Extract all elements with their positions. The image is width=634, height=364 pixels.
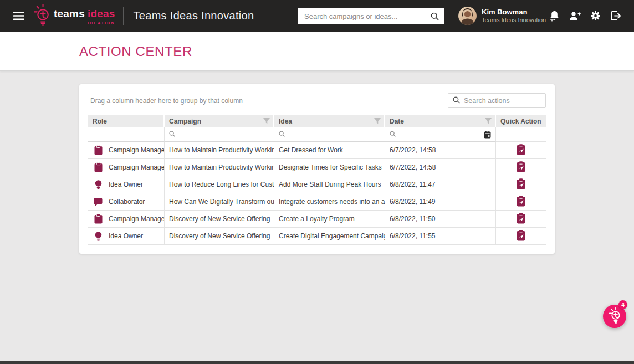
clipboard-send-icon [517, 230, 525, 243]
clipboard-icon [93, 214, 104, 224]
quick-action-button[interactable] [515, 229, 526, 244]
table-row[interactable]: Idea Owner Discovery of New Service Offe… [88, 228, 546, 245]
search-icon [279, 131, 285, 139]
campaign-cell: Discovery of New Service Offering [165, 211, 274, 228]
top-navbar: teamsideas IDEATION Teams Ideas Innovati… [0, 0, 634, 32]
chat-icon [93, 198, 104, 206]
date-cell: 6/7/2022, 14:58 [385, 159, 496, 176]
fab-notification-badge: 4 [618, 300, 627, 309]
table-row[interactable]: Idea Owner How to Reduce Long Lines for … [88, 176, 546, 193]
quick-action-button[interactable] [515, 194, 526, 209]
idea-cell: Create a Loyalty Program [274, 211, 385, 228]
table-row[interactable]: Campaign Manager How to Maintain Product… [88, 159, 546, 176]
idea-cell: Add More Staff During Peak Hours [274, 176, 385, 193]
settings-gear-icon[interactable] [589, 9, 601, 23]
clipboard-icon [93, 145, 104, 155]
search-icon [453, 96, 460, 106]
group-by-hint: Drag a column header here to group by th… [90, 97, 243, 105]
teams-ideas-logo[interactable]: teamsideas IDEATION [33, 4, 115, 28]
table-row[interactable]: Campaign Manager How to Maintain Product… [88, 142, 546, 159]
filter-funnel-icon[interactable] [263, 118, 270, 124]
quick-action-button[interactable] [515, 160, 526, 175]
filter-cell-date[interactable] [385, 127, 496, 142]
logo-word-teams: teams [54, 8, 85, 19]
lightbulb-icon [93, 180, 104, 189]
clipboard-send-icon [517, 144, 525, 157]
search-icon [390, 131, 396, 139]
avatar [458, 7, 477, 25]
campaign-cell: How to Maintain Productivity Working ... [165, 159, 274, 176]
logo-word-ideation: IDEATION [88, 21, 115, 25]
filter-cell-role [88, 127, 165, 142]
actions-search-input[interactable] [464, 97, 541, 105]
role-label: Campaign Manager [109, 163, 165, 171]
column-header-idea[interactable]: Idea [274, 115, 385, 127]
table-row[interactable]: Campaign Manager Discovery of New Servic… [88, 211, 546, 228]
user-org: Teams Ideas Innovation [482, 16, 546, 24]
clipboard-send-icon [517, 178, 525, 191]
user-profile[interactable]: Kim Bowman Teams Ideas Innovation [458, 7, 554, 25]
quick-action-button[interactable] [515, 143, 526, 158]
filter-cell-idea[interactable] [274, 127, 385, 142]
lightbulb-icon [93, 232, 104, 241]
table-header-row: Role Campaign Idea Date Quick Action [88, 115, 546, 127]
column-header-role[interactable]: Role [88, 115, 165, 127]
hamburger-menu-icon[interactable] [13, 12, 24, 20]
filter-cell-campaign[interactable] [165, 127, 274, 142]
idea-cell: Create Digital Engagement Campaign [274, 228, 385, 245]
action-center-page: teamsideas IDEATION Teams Ideas Innovati… [0, 0, 634, 364]
calendar-icon[interactable] [484, 131, 491, 139]
role-label: Campaign Manager [109, 215, 165, 223]
campaign-cell: How to Reduce Long Lines for Custom... [165, 176, 274, 193]
role-label: Idea Owner [109, 181, 143, 188]
role-label: Idea Owner [109, 232, 143, 240]
date-cell: 6/8/2022, 11:50 [385, 211, 496, 228]
user-name: Kim Bowman [482, 8, 554, 16]
clipboard-send-icon [517, 161, 525, 174]
role-label: Campaign Manager [109, 146, 165, 154]
global-search-input[interactable] [304, 12, 426, 20]
clipboard-icon [93, 162, 104, 172]
quick-action-button[interactable] [515, 177, 526, 192]
heading-band: ACTION CENTER [0, 32, 634, 71]
campaign-cell: How Can We Digitally Transform our P... [165, 193, 274, 211]
filter-funnel-icon[interactable] [374, 118, 381, 124]
search-icon[interactable] [431, 12, 439, 20]
bottom-edge-bar [0, 361, 634, 364]
date-cell: 6/7/2022, 14:58 [385, 142, 496, 159]
filter-funnel-icon[interactable] [485, 118, 492, 124]
lightbulb-icon [609, 307, 621, 325]
lightbulb-logo-icon [33, 4, 50, 28]
table-filter-row [88, 127, 546, 142]
navbar-divider [123, 7, 124, 25]
filter-cell-quick-action [496, 127, 546, 142]
global-search-box [298, 8, 444, 24]
column-header-date[interactable]: Date [385, 115, 496, 127]
idea-cell: Designate Times for Specific Tasks [274, 159, 385, 176]
role-label: Collaborator [109, 198, 145, 206]
actions-search-box [448, 93, 546, 108]
logo-word-ideas: ideas [88, 8, 115, 19]
date-cell: 6/8/2022, 11:49 [385, 193, 496, 211]
idea-cell: Get Dressed for Work [274, 142, 385, 159]
quick-action-button[interactable] [515, 212, 526, 227]
column-header-quick-action: Quick Action [496, 115, 546, 127]
table-row[interactable]: Collaborator How Can We Digitally Transf… [88, 193, 546, 211]
actions-panel: Drag a column header here to group by th… [79, 84, 555, 254]
date-cell: 6/8/2022, 11:55 [385, 228, 496, 245]
campaign-cell: Discovery of New Service Offering [165, 228, 274, 245]
app-title: Teams Ideas Innovation [134, 9, 254, 22]
clipboard-send-icon [517, 196, 525, 208]
page-title: ACTION CENTER [79, 44, 192, 59]
date-cell: 6/8/2022, 11:47 [385, 176, 496, 193]
idea-cell: Integrate customers needs into an app [274, 193, 385, 211]
search-icon [169, 131, 175, 139]
campaign-cell: How to Maintain Productivity Working ... [165, 142, 274, 159]
notifications-bell-icon[interactable] [548, 9, 560, 23]
sign-out-icon[interactable] [610, 9, 622, 23]
clipboard-send-icon [517, 213, 525, 225]
actions-table: Role Campaign Idea Date Quick Action [88, 115, 546, 245]
column-header-campaign[interactable]: Campaign [165, 115, 274, 127]
add-user-icon[interactable] [569, 9, 581, 23]
